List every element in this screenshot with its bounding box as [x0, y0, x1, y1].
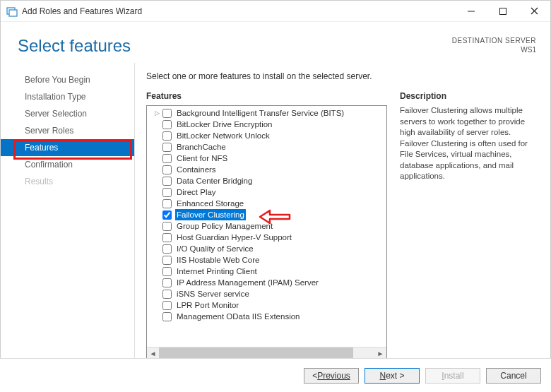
features-scroll-area[interactable]: ▷Background Intelligent Transfer Service… [147, 106, 386, 347]
feature-item[interactable]: Failover Clustering [150, 209, 386, 220]
feature-item[interactable]: Management OData IIS Extension [150, 311, 386, 322]
feature-checkbox[interactable] [162, 188, 172, 197]
svg-rect-1 [9, 10, 17, 16]
feature-label: Containers [175, 164, 218, 175]
feature-checkbox[interactable] [162, 120, 172, 129]
feature-label: I/O Quality of Service [175, 243, 255, 254]
sidebar-item-confirmation[interactable]: Confirmation [1, 156, 134, 173]
main-area: Before You BeginInstallation TypeServer … [1, 63, 550, 360]
feature-item[interactable]: Group Policy Management [150, 220, 386, 232]
feature-label: LPR Port Monitor [175, 299, 240, 311]
feature-item[interactable]: I/O Quality of Service [150, 243, 386, 254]
install-button: Install [425, 368, 480, 384]
features-heading: Features [146, 91, 387, 101]
svg-rect-3 [499, 8, 506, 14]
feature-checkbox[interactable] [162, 222, 172, 231]
scroll-right-icon[interactable]: ► [374, 348, 386, 360]
feature-item[interactable]: Enhanced Storage [150, 198, 386, 209]
feature-item[interactable]: Containers [150, 164, 386, 175]
sidebar-item-installation-type[interactable]: Installation Type [1, 88, 134, 105]
feature-checkbox[interactable] [162, 244, 172, 254]
cancel-button[interactable]: Cancel [486, 368, 541, 384]
feature-item[interactable]: BitLocker Drive Encryption [150, 119, 386, 130]
feature-label: Direct Play [175, 186, 218, 198]
feature-item[interactable]: Host Guardian Hyper-V Support [150, 232, 386, 243]
feature-label: Client for NFS [175, 153, 229, 164]
close-button[interactable] [519, 1, 550, 22]
features-listbox[interactable]: ▷Background Intelligent Transfer Service… [146, 105, 387, 360]
destination-server: WS1 [452, 45, 536, 54]
feature-checkbox[interactable] [162, 312, 172, 321]
feature-checkbox[interactable] [162, 210, 172, 220]
feature-label: iSNS Server service [175, 288, 251, 299]
page-title: Select features [18, 36, 452, 56]
title-bar: Add Roles and Features Wizard [1, 1, 550, 22]
feature-checkbox[interactable] [162, 165, 172, 174]
wizard-footer: < Previous Next > Install Cancel [0, 358, 551, 392]
feature-item[interactable]: LPR Port Monitor [150, 299, 386, 311]
horizontal-scrollbar[interactable]: ◄ ► [147, 347, 386, 359]
feature-label: IP Address Management (IPAM) Server [175, 277, 320, 288]
feature-item[interactable]: BitLocker Network Unlock [150, 130, 386, 141]
sidebar-item-before-you-begin[interactable]: Before You Begin [1, 71, 134, 88]
feature-label: Internet Printing Client [175, 266, 259, 277]
feature-item[interactable]: ▷Background Intelligent Transfer Service… [150, 107, 386, 119]
feature-item[interactable]: BranchCache [150, 141, 386, 153]
window-title: Add Roles and Features Wizard [22, 6, 142, 16]
feature-checkbox[interactable] [162, 143, 172, 152]
feature-item[interactable]: Internet Printing Client [150, 266, 386, 277]
feature-item[interactable]: IP Address Management (IPAM) Server [150, 277, 386, 288]
feature-label: Failover Clustering [175, 209, 246, 220]
feature-checkbox[interactable] [162, 199, 172, 208]
feature-label: Group Policy Management [175, 220, 274, 232]
description-heading: Description [400, 91, 538, 101]
maximize-button[interactable] [487, 1, 519, 22]
feature-label: Management OData IIS Extension [175, 311, 302, 322]
feature-checkbox[interactable] [162, 290, 172, 299]
content-pane: Select one or more features to install o… [135, 63, 550, 360]
feature-label: Background Intelligent Transfer Service … [175, 107, 345, 119]
sidebar-item-results: Results [1, 173, 134, 190]
minimize-button[interactable] [455, 1, 487, 22]
feature-label: BranchCache [175, 141, 227, 153]
page-header: Select features DESTINATION SERVER WS1 [1, 22, 550, 63]
sidebar-item-server-roles[interactable]: Server Roles [1, 122, 134, 139]
feature-checkbox[interactable] [162, 233, 172, 242]
scroll-left-icon[interactable]: ◄ [147, 348, 159, 360]
feature-label: Host Guardian Hyper-V Support [175, 232, 293, 243]
feature-checkbox[interactable] [162, 278, 172, 287]
instruction-text: Select one or more features to install o… [146, 71, 538, 81]
previous-button[interactable]: < Previous [304, 368, 359, 384]
sidebar-item-server-selection[interactable]: Server Selection [1, 105, 134, 122]
next-button[interactable]: Next > [365, 368, 420, 384]
expand-icon[interactable]: ▷ [153, 107, 161, 119]
feature-checkbox[interactable] [162, 267, 172, 276]
feature-item[interactable]: iSNS Server service [150, 288, 386, 299]
feature-item[interactable]: Client for NFS [150, 153, 386, 164]
feature-label: IIS Hostable Web Core [175, 254, 261, 266]
wizard-sidebar: Before You BeginInstallation TypeServer … [1, 63, 135, 360]
sidebar-item-features[interactable]: Features [1, 139, 134, 156]
app-icon [6, 6, 18, 17]
feature-label: BitLocker Network Unlock [175, 130, 271, 141]
feature-label: BitLocker Drive Encryption [175, 119, 274, 130]
feature-checkbox[interactable] [162, 177, 172, 186]
destination-info: DESTINATION SERVER WS1 [452, 36, 536, 54]
destination-label: DESTINATION SERVER [452, 36, 536, 45]
feature-checkbox[interactable] [162, 301, 172, 310]
feature-item[interactable]: Data Center Bridging [150, 175, 386, 186]
feature-checkbox[interactable] [162, 109, 172, 118]
scrollbar-thumb[interactable] [159, 348, 353, 359]
feature-checkbox[interactable] [162, 154, 172, 163]
feature-checkbox[interactable] [162, 256, 172, 265]
feature-item[interactable]: IIS Hostable Web Core [150, 254, 386, 266]
feature-label: Enhanced Storage [175, 198, 245, 209]
feature-checkbox[interactable] [162, 131, 172, 141]
feature-item[interactable]: Direct Play [150, 186, 386, 198]
description-text: Failover Clustering allows multiple serv… [400, 105, 538, 182]
feature-label: Data Center Bridging [175, 175, 254, 186]
